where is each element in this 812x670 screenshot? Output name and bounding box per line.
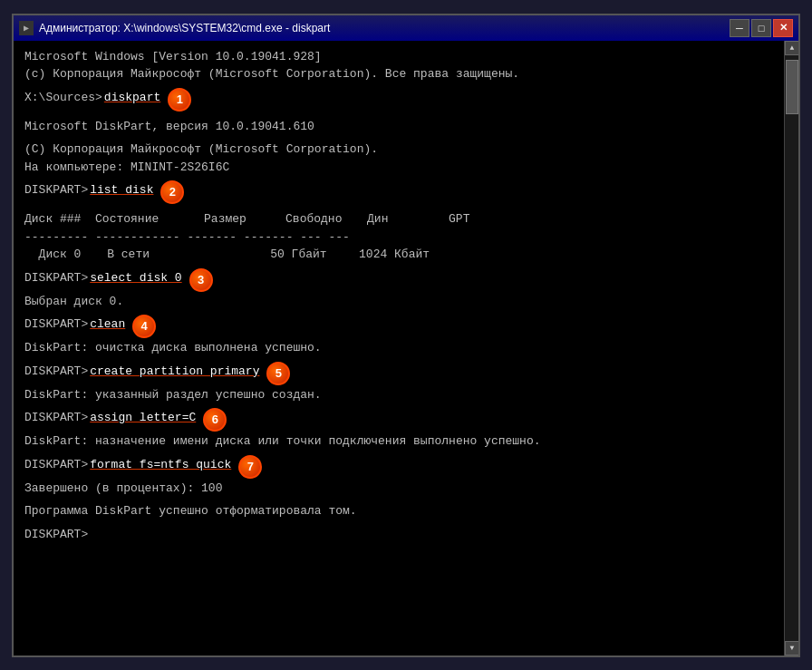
line-list-disk-cmd: DISKPART> list disk 2 xyxy=(24,181,773,205)
line-format-progress: Завершено (в процентах): 100 xyxy=(24,480,773,498)
line-computer: На компьютере: MININT-2S26I6C xyxy=(24,159,773,177)
line-assign-cmd: DISKPART> assign letter=C 6 xyxy=(24,409,773,432)
line-select-disk-cmd: DISKPART> select disk 0 3 xyxy=(24,269,773,293)
line-version: Microsoft Windows [Version 10.0.19041.92… xyxy=(24,48,773,66)
restore-button[interactable]: □ xyxy=(751,19,771,37)
window-controls: ─ □ ✕ xyxy=(730,19,793,37)
step-badge-5: 5 xyxy=(266,362,290,385)
terminal-output[interactable]: Microsoft Windows [Version 10.0.19041.92… xyxy=(14,41,784,655)
step-badge-6: 6 xyxy=(203,408,227,432)
step-badge-4: 4 xyxy=(132,315,156,338)
step-badge-3: 3 xyxy=(189,268,213,292)
step-badge-2: 2 xyxy=(160,180,184,204)
line-format-success: Программа DiskPart успешно отформатирова… xyxy=(24,502,773,520)
line-assign-output: DiskPart: назначение имени диска или точ… xyxy=(24,432,773,451)
line-diskpart-version: Microsoft DiskPart, версия 10.0.19041.61… xyxy=(24,118,773,136)
scroll-down-button[interactable]: ▼ xyxy=(785,641,798,655)
line-clean-cmd: DISKPART> clean 4 xyxy=(24,316,773,339)
step-badge-1: 1 xyxy=(168,88,191,112)
table-separator: --------- ------------ ------- ------- -… xyxy=(24,228,773,247)
table-header: Диск ### Состояние Размер Свободно Дин G… xyxy=(24,210,773,228)
titlebar: ▶ Администратор: X:\windows\SYSTEM32\cmd… xyxy=(14,15,798,41)
line-diskpart-cmd: X:\Sources> diskpart 1 xyxy=(24,89,773,112)
content-area: Microsoft Windows [Version 10.0.19041.92… xyxy=(14,41,798,655)
table-disk-row: Диск 0 В сети 50 Гбайт 1024 Кбайт xyxy=(24,246,773,264)
scrollbar[interactable]: ▲ ▼ xyxy=(784,41,798,655)
window-icon: ▶ xyxy=(19,21,34,35)
line-create-partition-cmd: DISKPART> create partition primary 5 xyxy=(24,363,773,386)
close-button[interactable]: ✕ xyxy=(773,19,793,37)
scroll-up-button[interactable]: ▲ xyxy=(785,41,798,55)
scroll-thumb[interactable] xyxy=(786,60,798,114)
line-create-partition-output: DiskPart: указанный раздел успешно созда… xyxy=(24,386,773,404)
step-badge-7: 7 xyxy=(238,455,262,479)
cmd-window: ▶ Администратор: X:\windows\SYSTEM32\cmd… xyxy=(12,14,800,657)
line-format-cmd: DISKPART> format fs=ntfs quick 7 xyxy=(24,456,773,480)
minimize-button[interactable]: ─ xyxy=(730,19,749,37)
line-corp: (С) Корпорация Майкрософт (Microsoft Cor… xyxy=(24,141,773,159)
line-copyright: (с) Корпорация Майкрософт (Microsoft Cor… xyxy=(24,65,773,83)
scroll-track[interactable] xyxy=(785,55,798,641)
line-final-prompt: DISKPART> xyxy=(24,526,773,544)
window-title: Администратор: X:\windows\SYSTEM32\cmd.e… xyxy=(39,22,730,34)
line-clean-output: DiskPart: очистка диска выполнена успешн… xyxy=(24,339,773,357)
line-select-output: Выбран диск 0. xyxy=(24,293,773,311)
